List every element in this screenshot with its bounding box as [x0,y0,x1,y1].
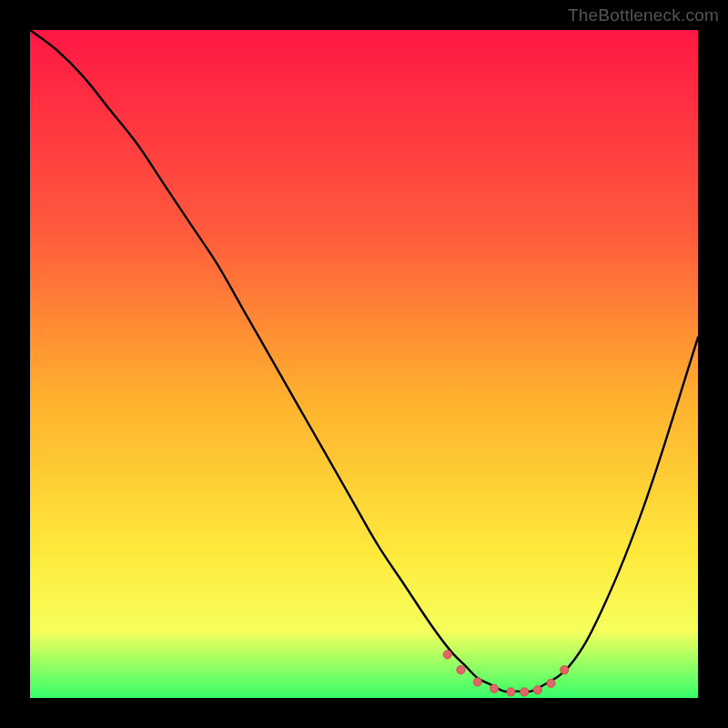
minimum-marker [533,686,541,694]
gradient-bg [30,30,698,698]
minimum-marker [443,651,451,659]
minimum-marker [547,679,555,687]
minimum-marker [490,684,499,693]
minimum-marker [457,666,465,674]
minimum-marker [521,688,529,696]
minimum-marker [507,688,515,696]
minimum-marker [473,678,481,686]
chart-container: TheBottleneck.com [0,0,728,728]
minimum-marker [561,666,569,674]
chart-svg [30,30,698,698]
watermark-text: TheBottleneck.com [568,5,719,25]
plot-area [30,30,698,698]
